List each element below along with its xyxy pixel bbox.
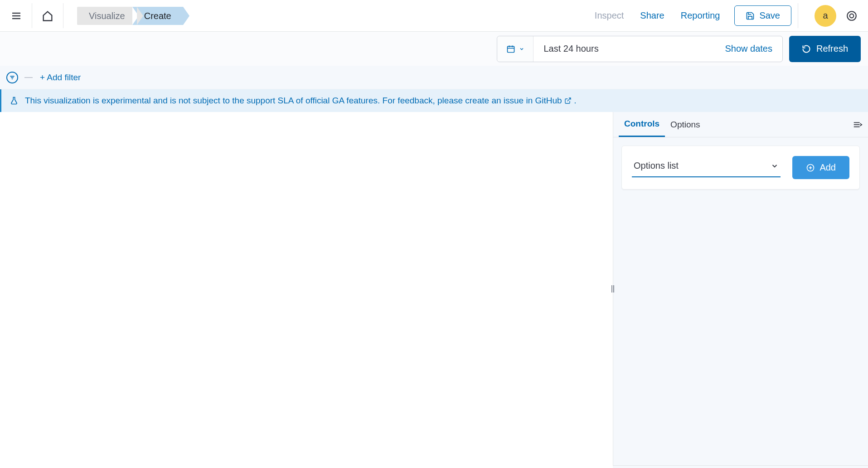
- avatar[interactable]: a: [815, 5, 836, 27]
- svg-point-3: [847, 11, 856, 20]
- save-icon: [746, 11, 755, 20]
- reporting-button[interactable]: Reporting: [673, 10, 728, 21]
- time-picker[interactable]: Last 24 hours Show dates: [497, 36, 783, 62]
- refresh-label: Refresh: [816, 44, 848, 54]
- tab-controls[interactable]: Controls: [619, 112, 665, 137]
- show-dates-button[interactable]: Show dates: [715, 44, 782, 54]
- divider: [32, 3, 32, 28]
- refresh-button[interactable]: Refresh: [789, 36, 861, 62]
- breadcrumb-visualize[interactable]: Visualize: [77, 7, 137, 25]
- home-icon[interactable]: [39, 7, 57, 25]
- save-label: Save: [759, 10, 780, 21]
- menu-icon[interactable]: [7, 7, 25, 25]
- add-control-button[interactable]: Add: [792, 156, 849, 179]
- divider: [63, 3, 63, 28]
- tab-options[interactable]: Options: [665, 112, 705, 137]
- inspect-button[interactable]: Inspect: [587, 10, 632, 21]
- experimental-callout: This visualization is experimental and i…: [0, 89, 868, 112]
- chevron-down-icon: [771, 162, 779, 170]
- external-link-icon[interactable]: [564, 97, 572, 104]
- calendar-icon[interactable]: [497, 36, 533, 62]
- control-type-select[interactable]: Options list: [632, 158, 781, 177]
- save-button[interactable]: Save: [734, 5, 791, 26]
- svg-point-4: [850, 14, 854, 18]
- refresh-icon: [802, 44, 811, 54]
- add-label: Add: [820, 162, 836, 173]
- divider: [24, 77, 33, 78]
- time-range-label: Last 24 hours: [533, 44, 715, 54]
- panel-resizer[interactable]: [608, 112, 617, 465]
- breadcrumb: Visualize Create: [77, 0, 183, 31]
- chevron-down-icon: [519, 46, 524, 52]
- visualization-canvas: [0, 112, 613, 465]
- svg-rect-5: [507, 46, 514, 52]
- collapse-panel-icon[interactable]: [853, 120, 863, 130]
- control-panel: Options list Add: [621, 146, 860, 190]
- callout-text: This visualization is experimental and i…: [25, 96, 564, 105]
- plus-circle-icon: [806, 163, 815, 172]
- svg-line-12: [567, 98, 571, 101]
- divider: [798, 3, 798, 28]
- filter-menu-icon[interactable]: [6, 72, 18, 83]
- beaker-icon: [10, 96, 19, 105]
- callout-period: .: [574, 96, 576, 105]
- news-icon[interactable]: [843, 7, 861, 25]
- share-button[interactable]: Share: [632, 10, 672, 21]
- select-value: Options list: [634, 161, 679, 171]
- add-filter-button[interactable]: + Add filter: [40, 73, 81, 83]
